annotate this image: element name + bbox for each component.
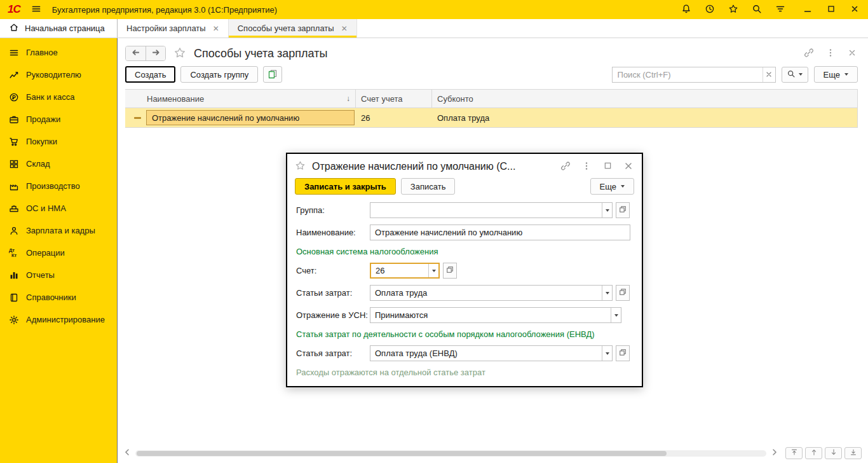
sidebar-item-production[interactable]: Производство <box>0 175 117 197</box>
search-options-button[interactable] <box>782 67 808 83</box>
sort-desc-icon: ↓ <box>346 94 350 103</box>
envd-cost-item-field <box>370 345 613 361</box>
bar-chart-icon <box>9 270 19 280</box>
row-name-cell[interactable]: Отражение начислений по умолчанию <box>146 110 355 125</box>
dialog-more-button[interactable]: Еще <box>590 178 634 195</box>
scroll-left-button[interactable] <box>124 448 130 458</box>
global-search-button[interactable] <box>751 4 763 15</box>
dialog-form: Группа: Наименование: <box>287 202 642 386</box>
usn-combo-button[interactable] <box>611 308 621 322</box>
name-field <box>370 225 630 240</box>
sidebar-item-bank-cash[interactable]: Банк и касса <box>0 86 117 108</box>
account-field-label: Счет: <box>296 266 370 275</box>
back-button[interactable] <box>126 46 146 60</box>
group-open-button[interactable] <box>616 202 630 218</box>
list-go-start-button[interactable] <box>785 447 803 459</box>
home-tab[interactable]: Начальная страница <box>0 19 118 38</box>
group-combo-button[interactable] <box>602 203 612 218</box>
cost-items-combo-button[interactable] <box>602 286 612 300</box>
tab-salary-settings[interactable]: Настройки зарплаты ✕ <box>118 19 229 38</box>
column-header-account[interactable]: Счет учета <box>356 90 432 107</box>
service-menu-button[interactable] <box>775 4 786 15</box>
copy-button[interactable] <box>263 66 282 83</box>
usn-input[interactable] <box>370 308 611 322</box>
page-close-button[interactable] <box>846 48 858 59</box>
column-label: Субконто <box>437 94 473 104</box>
forward-button[interactable] <box>146 46 165 60</box>
chevron-down-icon <box>844 73 848 76</box>
column-header-name[interactable]: Наименование ↓ <box>125 90 356 107</box>
sidebar-item-operations[interactable]: ДтКт Операции <box>0 242 117 264</box>
list-go-end-button[interactable] <box>844 447 862 459</box>
row-account-cell[interactable]: 26 <box>356 108 432 127</box>
sidebar-item-fixed-assets[interactable]: ОС и НМА <box>0 197 117 219</box>
close-icon <box>766 70 772 79</box>
main-menu-button[interactable] <box>31 4 42 15</box>
scrollbar-thumb[interactable] <box>137 451 667 456</box>
cost-items-open-button[interactable] <box>616 285 630 301</box>
arrow-bar-down-icon <box>850 448 857 458</box>
favorite-toggle[interactable] <box>295 160 306 173</box>
dialog-command-bar: Записать и закрыть Записать Еще <box>287 178 642 202</box>
sidebar-item-label: Администрирование <box>26 315 105 324</box>
sidebar-item-directories[interactable]: Справочники <box>0 286 117 308</box>
maximize-button[interactable] <box>825 4 837 15</box>
search-clear-button[interactable] <box>763 67 775 82</box>
sidebar-item-main[interactable]: Главное <box>0 41 117 64</box>
save-and-close-button[interactable]: Записать и закрыть <box>295 178 396 195</box>
sidebar-item-manager[interactable]: Руководителю <box>0 64 117 86</box>
table-header: Наименование ↓ Счет учета Субконто <box>125 90 857 108</box>
tab-close-icon[interactable]: ✕ <box>341 25 348 32</box>
column-header-subconto[interactable]: Субконто <box>432 90 857 107</box>
dialog-link-button[interactable] <box>560 161 571 172</box>
list-page-down-button[interactable] <box>825 447 842 459</box>
sidebar-item-reports[interactable]: Отчеты <box>0 264 117 286</box>
minimize-button[interactable] <box>802 4 813 15</box>
open-list-icon <box>619 205 627 215</box>
dialog-menu-button[interactable] <box>581 161 592 172</box>
person-icon <box>9 226 19 236</box>
search-input[interactable] <box>613 67 763 82</box>
kebab-icon <box>826 48 835 59</box>
save-button[interactable]: Записать <box>401 178 456 195</box>
horizontal-scrollbar[interactable] <box>135 450 766 457</box>
envd-cost-item-open-button[interactable] <box>616 345 630 361</box>
column-label: Наименование <box>147 94 204 104</box>
account-open-button[interactable] <box>443 263 457 279</box>
notifications-button[interactable] <box>681 4 692 15</box>
sidebar-item-warehouse[interactable]: Склад <box>0 153 117 175</box>
tab-label: Настройки зарплаты <box>126 24 206 33</box>
favorites-button[interactable] <box>728 4 739 15</box>
create-group-button[interactable]: Создать группу <box>180 66 258 83</box>
sidebar-item-administration[interactable]: Администрирование <box>0 308 117 331</box>
sidebar-item-label: Главное <box>26 48 58 57</box>
dialog-maximize-button[interactable] <box>602 161 613 172</box>
tab-salary-accounting-methods[interactable]: Способы учета зарплаты ✕ <box>229 19 357 38</box>
table-row[interactable]: Отражение начислений по умолчанию 26 Опл… <box>125 108 857 127</box>
account-input[interactable] <box>371 264 428 277</box>
name-input[interactable] <box>370 225 630 240</box>
sidebar-item-salary-hr[interactable]: Зарплата и кадры <box>0 219 117 242</box>
scroll-right-button[interactable] <box>771 448 778 458</box>
list-page-up-button[interactable] <box>805 447 822 459</box>
envd-cost-item-combo-button[interactable] <box>602 346 612 361</box>
create-button[interactable]: Создать <box>125 66 175 83</box>
envd-cost-item-input[interactable] <box>370 346 602 361</box>
tab-label: Способы учета зарплаты <box>238 24 334 33</box>
page-link-button[interactable] <box>803 48 815 59</box>
cost-items-input[interactable] <box>370 286 602 300</box>
favorite-toggle[interactable] <box>173 46 186 61</box>
close-button[interactable] <box>849 4 860 15</box>
sidebar-item-sales[interactable]: Продажи <box>0 108 117 130</box>
page-menu-button[interactable] <box>825 48 836 59</box>
dialog-close-button[interactable] <box>623 161 634 172</box>
sidebar-item-purchases[interactable]: Покупки <box>0 130 117 153</box>
clock-icon <box>705 4 715 16</box>
list-more-button[interactable]: Еще <box>814 66 858 83</box>
more-button-label: Еще <box>824 70 840 79</box>
group-input[interactable] <box>370 203 602 218</box>
history-button[interactable] <box>704 4 715 15</box>
account-combo-button[interactable] <box>428 264 438 277</box>
tab-close-icon[interactable]: ✕ <box>213 25 219 32</box>
row-subconto-cell[interactable]: Оплата труда <box>432 108 857 127</box>
